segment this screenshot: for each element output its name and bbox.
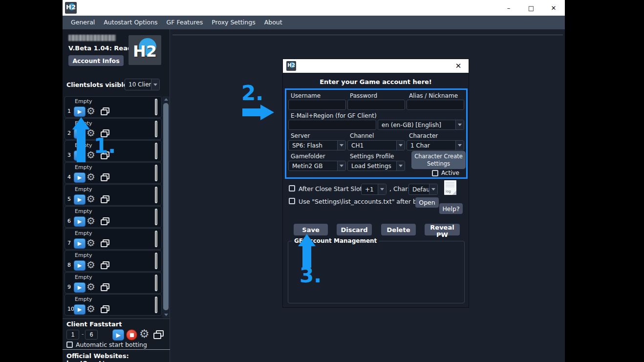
channel-label: Channel — [350, 132, 374, 139]
slot-status: Empty — [75, 208, 92, 214]
faststart-gear-icon[interactable]: ⚙ — [139, 327, 150, 340]
play-icon[interactable]: ▶ — [74, 260, 86, 271]
faststart-copy-icon[interactable] — [153, 330, 164, 339]
chevron-down-icon[interactable] — [396, 141, 405, 150]
open-button[interactable]: Open — [415, 197, 439, 208]
use-settings-label: Use "Settings\list_accounts.txt" after b… — [299, 198, 424, 205]
chevron-down-icon[interactable] — [455, 141, 464, 150]
client-slot-1: Empty 1 ▶ ⚙ — [64, 96, 162, 118]
menu-proxy-settings[interactable]: Proxy Settings — [207, 16, 259, 29]
minimize-button[interactable]: – — [497, 0, 520, 16]
channel-dropdown[interactable]: CH1 — [347, 140, 405, 150]
maximize-button[interactable]: □ — [520, 0, 542, 16]
email-field[interactable] — [288, 120, 376, 130]
gamefolder-dropdown[interactable]: Metin2 GB — [288, 161, 346, 171]
active-label: Active — [441, 170, 459, 176]
clientslots-label: Clientslots visible: — [66, 81, 130, 88]
play-icon[interactable]: ▶ — [74, 282, 86, 293]
menu-bar: General Autostart Options GF Features Pr… — [63, 16, 565, 29]
autostart-row: Automatic start botting — [66, 341, 147, 348]
chevron-down-icon[interactable] — [151, 79, 159, 90]
discard-button[interactable]: Discard — [337, 224, 372, 235]
faststart-stop-icon[interactable] — [126, 329, 137, 341]
character-create-settings-button[interactable]: Character Create Settings — [411, 151, 466, 169]
copy-icon[interactable] — [101, 283, 110, 291]
slot-number: 4 — [67, 174, 71, 180]
gear-icon[interactable]: ⚙ — [86, 281, 95, 293]
password-field[interactable] — [347, 100, 405, 110]
close-button[interactable]: ✕ — [542, 0, 565, 16]
slot-bar — [155, 209, 157, 225]
menu-about[interactable]: About — [260, 16, 287, 29]
slot-number: 5 — [67, 196, 71, 202]
scrollbar-thumb[interactable] — [163, 103, 169, 310]
slot-bar — [155, 275, 157, 291]
use-settings-checkbox[interactable] — [289, 198, 295, 204]
copy-icon[interactable] — [101, 107, 110, 115]
slot-bar — [155, 187, 157, 203]
gear-icon[interactable]: ⚙ — [86, 259, 95, 271]
gear-icon[interactable]: ⚙ — [86, 237, 95, 249]
play-icon[interactable]: ▶ — [74, 216, 86, 227]
gear-icon[interactable]: ⚙ — [86, 105, 95, 117]
scroll-up-icon[interactable] — [162, 96, 170, 103]
character-dropdown[interactable]: 1 Char — [407, 140, 464, 150]
copy-icon[interactable] — [101, 305, 110, 313]
slot-number: 9 — [67, 284, 71, 290]
gear-icon[interactable]: ⚙ — [86, 193, 95, 205]
slot-list-scrollbar[interactable] — [162, 96, 170, 318]
chevron-down-icon[interactable] — [337, 141, 345, 150]
slot-status: Empty — [75, 252, 92, 258]
faststart-from-input[interactable] — [66, 330, 79, 340]
menu-gf-features[interactable]: GF Features — [162, 16, 208, 29]
active-checkbox[interactable] — [432, 170, 438, 176]
slot-status: Empty — [75, 98, 92, 105]
copy-icon[interactable] — [101, 261, 110, 269]
menu-autostart-options[interactable]: Autostart Options — [99, 16, 162, 29]
chevron-down-icon[interactable] — [455, 120, 464, 129]
help-button[interactable]: Help? — [439, 203, 463, 214]
after-close-slot-dropdown[interactable]: +1 — [361, 184, 386, 195]
account-infos-button[interactable]: Account Infos — [68, 55, 124, 66]
username-field[interactable] — [288, 100, 346, 110]
chevron-down-icon[interactable] — [429, 184, 437, 194]
gear-icon[interactable]: ⚙ — [86, 171, 95, 183]
settings-profile-dropdown[interactable]: Load Settings — [347, 161, 405, 171]
menu-general[interactable]: General — [66, 16, 99, 29]
gear-icon[interactable]: ⚙ — [86, 303, 95, 315]
play-icon[interactable]: ▶ — [74, 238, 86, 249]
autostart-checkbox[interactable] — [66, 341, 73, 348]
chevron-down-icon[interactable] — [378, 184, 386, 194]
redacted-username — [68, 35, 116, 41]
chevron-down-icon[interactable] — [396, 161, 405, 170]
chevron-down-icon[interactable] — [337, 161, 345, 170]
alias-field[interactable] — [407, 100, 464, 110]
server-dropdown[interactable]: SP6: Flash — [288, 140, 346, 150]
region-dropdown[interactable]: en (en-GB) [English] — [378, 120, 464, 130]
gear-icon[interactable]: ⚙ — [86, 215, 95, 227]
faststart-play-icon[interactable]: ▶ — [112, 329, 124, 341]
email-region-label: E-Mail+Region (for GF Client) — [291, 112, 377, 119]
play-icon[interactable]: ▶ — [74, 304, 86, 315]
copy-icon[interactable] — [101, 195, 110, 203]
delete-button[interactable]: Delete — [381, 224, 416, 235]
play-icon[interactable]: ▶ — [74, 172, 86, 183]
after-close-checkbox[interactable] — [289, 185, 295, 192]
screen: H2 – □ ✕ General Autostart Options GF Fe… — [0, 0, 644, 362]
copy-icon[interactable] — [101, 239, 110, 247]
play-icon[interactable]: ▶ — [74, 194, 86, 205]
scroll-down-icon[interactable] — [162, 312, 170, 318]
log-file-icon[interactable]: log — [444, 180, 456, 195]
dialog-close-button[interactable]: ✕ — [452, 59, 465, 73]
title-bar: H2 – □ ✕ — [63, 0, 565, 16]
content-divider — [172, 35, 563, 35]
play-icon[interactable]: ▶ — [74, 106, 86, 117]
char-dropdown[interactable]: Default — [408, 184, 438, 195]
password-label: Password — [350, 92, 377, 99]
faststart-to-input[interactable] — [85, 330, 98, 340]
clientslots-dropdown[interactable]: 10 Clients — [125, 79, 160, 90]
reveal-pw-button[interactable]: Reveal PW — [425, 224, 460, 235]
copy-icon[interactable] — [101, 217, 110, 225]
slot-number: 3 — [67, 152, 71, 158]
copy-icon[interactable] — [101, 173, 110, 181]
